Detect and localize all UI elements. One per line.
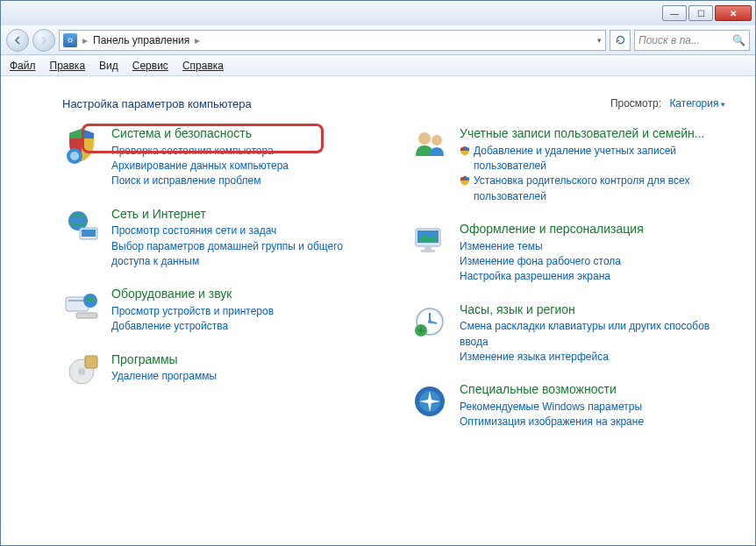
- category-title[interactable]: Система и безопасность: [111, 126, 381, 142]
- menu-view[interactable]: Вид: [99, 60, 118, 72]
- svg-point-1: [70, 152, 79, 160]
- menu-file[interactable]: Файл: [10, 60, 36, 72]
- category-link[interactable]: Просмотр состояния сети и задач: [111, 223, 381, 238]
- category-columns: Система и безопасность Проверка состояни…: [62, 126, 729, 448]
- view-by-dropdown[interactable]: Категория: [669, 97, 725, 110]
- forward-button[interactable]: [32, 29, 55, 52]
- svg-rect-8: [76, 313, 97, 318]
- close-button[interactable]: ✕: [715, 5, 752, 21]
- svg-rect-11: [85, 356, 97, 368]
- arrow-left-icon: [13, 36, 22, 45]
- system-security-icon: [62, 126, 101, 165]
- category-link[interactable]: Добавление устройства: [111, 319, 381, 334]
- search-placeholder: Поиск в па...: [638, 34, 700, 46]
- category-title[interactable]: Специальные возможности: [460, 382, 729, 398]
- shield-icon: [460, 145, 470, 156]
- category-link[interactable]: Изменение языка интерфейса: [460, 350, 729, 365]
- category-title[interactable]: Учетные записи пользователей и семейн...: [460, 126, 729, 142]
- svg-point-12: [418, 132, 431, 145]
- address-bar[interactable]: ⛭ ▸ Панель управления ▸ ▾: [59, 30, 606, 51]
- svg-point-20: [428, 320, 431, 323]
- category-link[interactable]: Изменение темы: [460, 239, 729, 254]
- window-titlebar: — ☐ ✕: [1, 1, 755, 25]
- category-programs: Программы Удаление программы: [62, 352, 381, 391]
- category-link[interactable]: Оптимизация изображения на экране: [460, 415, 729, 429]
- search-input[interactable]: Поиск в па... 🔍: [634, 30, 750, 51]
- control-panel-icon: ⛭: [63, 33, 77, 47]
- category-title[interactable]: Программы: [111, 352, 381, 368]
- breadcrumb-sep: ▸: [82, 34, 88, 46]
- category-network: Сеть и Интернет Просмотр состояния сети …: [62, 207, 381, 270]
- breadcrumb-root[interactable]: Панель управления: [93, 34, 189, 46]
- category-link[interactable]: Изменение фона рабочего стола: [460, 254, 729, 269]
- maximize-button[interactable]: ☐: [688, 5, 713, 21]
- svg-point-10: [78, 368, 85, 375]
- address-dropdown[interactable]: ▾: [597, 36, 602, 45]
- clock-icon: [410, 302, 449, 341]
- category-link[interactable]: Установка родительского контроля для все…: [460, 174, 729, 204]
- category-link[interactable]: Проверка состояния компьютера: [111, 144, 381, 159]
- refresh-icon: [615, 34, 626, 46]
- category-link[interactable]: Удаление программы: [111, 369, 381, 384]
- user-accounts-icon: [410, 126, 449, 165]
- category-user-accounts: Учетные записи пользователей и семейн...…: [410, 126, 729, 204]
- appearance-icon: [410, 222, 449, 260]
- network-icon: [62, 207, 101, 245]
- breadcrumb-sep: ▸: [195, 34, 200, 46]
- category-link[interactable]: Смена раскладки клавиатуры или других сп…: [460, 319, 729, 350]
- back-button[interactable]: [6, 29, 29, 52]
- view-by-label: Просмотр:: [610, 97, 661, 110]
- left-column: Система и безопасность Проверка состояни…: [62, 126, 381, 448]
- category-title[interactable]: Оборудование и звук: [111, 287, 381, 302]
- svg-rect-4: [82, 230, 96, 237]
- minimize-button[interactable]: —: [662, 5, 687, 21]
- category-link[interactable]: Добавление и удаление учетных записей по…: [460, 144, 729, 174]
- right-column: Учетные записи пользователей и семейн...…: [410, 126, 729, 448]
- category-link[interactable]: Настройка разрешения экрана: [460, 269, 729, 284]
- category-system-security: Система и безопасность Проверка состояни…: [62, 126, 381, 189]
- programs-icon: [62, 352, 101, 391]
- shield-icon: [460, 175, 470, 186]
- svg-rect-16: [424, 246, 431, 250]
- category-title[interactable]: Оформление и персонализация: [460, 222, 729, 238]
- view-by-row: Просмотр: Категория: [610, 97, 725, 110]
- category-ease-of-access: Специальные возможности Рекомендуемые Wi…: [410, 382, 729, 429]
- window: — ☐ ✕ ⛭ ▸ Панель управления ▸ ▾ Поиск в …: [0, 0, 756, 546]
- category-link[interactable]: Поиск и исправление проблем: [111, 174, 381, 188]
- content-area: Настройка параметров компьютера Просмотр…: [1, 76, 755, 545]
- arrow-right-icon: [39, 36, 48, 45]
- category-title[interactable]: Часы, язык и регион: [460, 302, 729, 318]
- category-hardware: Оборудование и звук Просмотр устройств и…: [62, 287, 381, 334]
- category-clock-language: Часы, язык и регион Смена раскладки клав…: [410, 302, 729, 365]
- category-link[interactable]: Архивирование данных компьютера: [111, 159, 381, 174]
- category-title[interactable]: Сеть и Интернет: [111, 207, 381, 223]
- category-link[interactable]: Просмотр устройств и принтеров: [111, 304, 381, 319]
- search-icon: 🔍: [732, 34, 745, 46]
- category-appearance: Оформление и персонализация Изменение те…: [410, 222, 729, 285]
- category-link[interactable]: Выбор параметров домашней группы и общег…: [111, 239, 381, 270]
- refresh-button[interactable]: [610, 30, 631, 51]
- menu-bar: Файл Правка Вид Сервис Справка: [1, 55, 755, 76]
- menu-help[interactable]: Справка: [182, 60, 224, 72]
- svg-point-13: [431, 135, 442, 145]
- svg-rect-17: [421, 250, 435, 252]
- category-link[interactable]: Рекомендуемые Windows параметры: [460, 400, 729, 415]
- menu-edit[interactable]: Правка: [50, 60, 86, 72]
- menu-tools[interactable]: Сервис: [132, 60, 168, 72]
- ease-of-access-icon: [410, 382, 449, 421]
- nav-bar: ⛭ ▸ Панель управления ▸ ▾ Поиск в па... …: [1, 25, 755, 55]
- hardware-icon: [62, 287, 101, 325]
